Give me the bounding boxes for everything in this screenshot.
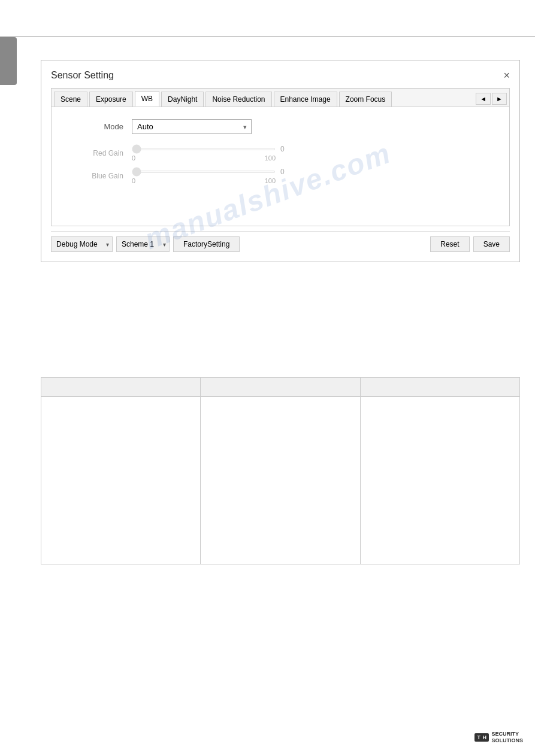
scheme-select[interactable]: Scheme 1 Scheme 2 (116, 236, 170, 252)
dialog-title-bar: Sensor Setting × (51, 70, 510, 81)
tab-content-wb: Mode Auto Manual Indoor Outdoor ATW ▾ Re… (51, 107, 510, 226)
top-divider (0, 36, 535, 37)
tab-prev-button[interactable]: ◄ (476, 93, 491, 105)
tab-noise-reduction[interactable]: Noise Reduction (205, 92, 271, 107)
red-gain-container: 0 0 100 (132, 145, 292, 162)
tab-next-button[interactable]: ► (492, 93, 507, 105)
blue-gain-min-tick: 0 (132, 177, 135, 184)
table-header-row (41, 378, 520, 397)
blue-gain-max-tick: 100 (265, 177, 276, 184)
red-gain-section: Red Gain 0 0 100 (69, 145, 491, 162)
mode-label: Mode (69, 122, 123, 131)
red-gain-slider[interactable] (132, 148, 276, 150)
dialog-title: Sensor Setting (51, 70, 114, 81)
debug-mode-select[interactable]: Debug Mode (51, 236, 113, 252)
red-gain-max-tick: 100 (265, 154, 276, 162)
tabs-navigation: ◄ ► (476, 93, 507, 105)
blue-gain-slider[interactable] (132, 171, 276, 173)
logo-area: T H Security Solutions (474, 731, 523, 744)
mode-select-wrapper: Auto Manual Indoor Outdoor ATW ▾ (132, 119, 252, 134)
mode-select[interactable]: Auto Manual Indoor Outdoor ATW (132, 119, 252, 134)
table-header-col3 (360, 378, 519, 397)
blue-gain-track-row: 0 (132, 168, 292, 176)
tab-exposure[interactable]: Exposure (89, 92, 133, 107)
logo-box: T H Security Solutions (474, 731, 523, 744)
tabs-bar: Scene Exposure WB DayNight Noise Reducti… (51, 88, 510, 107)
debug-mode-wrapper: Debug Mode ▾ (51, 236, 113, 252)
red-gain-value: 0 (280, 145, 292, 153)
table-cell-3 (360, 397, 519, 564)
table-cell-2 (201, 397, 360, 564)
close-button[interactable]: × (503, 70, 510, 81)
table-cell-1 (41, 397, 201, 564)
mode-field-row: Mode Auto Manual Indoor Outdoor ATW ▾ (69, 119, 491, 134)
data-table (41, 377, 520, 564)
red-gain-ticks: 0 100 (132, 154, 276, 162)
tab-daynight[interactable]: DayNight (161, 92, 204, 107)
logo-text-block: Security Solutions (491, 731, 523, 744)
blue-gain-ticks: 0 100 (132, 177, 276, 184)
logo-line2: Solutions (491, 737, 523, 744)
sidebar-tab[interactable] (0, 37, 17, 85)
sensor-setting-dialog: Sensor Setting × Scene Exposure WB DayNi… (41, 60, 520, 262)
tab-scene[interactable]: Scene (54, 92, 87, 107)
blue-gain-value: 0 (280, 168, 292, 176)
logo-line1: Security (491, 731, 523, 737)
table-row (41, 397, 520, 564)
table-header-col1 (41, 378, 201, 397)
red-gain-label: Red Gain (69, 149, 123, 157)
save-button[interactable]: Save (473, 236, 510, 252)
bottom-bar: Debug Mode ▾ Scheme 1 Scheme 2 ▾ Factory… (51, 231, 510, 252)
factory-setting-button[interactable]: FactorySetting (173, 236, 240, 252)
data-table-section (41, 377, 520, 564)
blue-gain-row: Blue Gain 0 0 100 (69, 168, 491, 184)
red-gain-track-row: 0 (132, 145, 292, 153)
red-gain-row: Red Gain 0 0 100 (69, 145, 491, 162)
blue-gain-label: Blue Gain (69, 172, 123, 180)
blue-gain-section: Blue Gain 0 0 100 (69, 168, 491, 184)
table-header-col2 (201, 378, 360, 397)
red-gain-min-tick: 0 (132, 154, 135, 162)
blue-gain-container: 0 0 100 (132, 168, 292, 184)
tab-zoom-focus[interactable]: Zoom Focus (339, 92, 392, 107)
logo-icon: T H (474, 733, 489, 742)
scheme-wrapper: Scheme 1 Scheme 2 ▾ (116, 236, 170, 252)
tab-enhance-image[interactable]: Enhance Image (274, 92, 337, 107)
reset-button[interactable]: Reset (430, 236, 469, 252)
tab-wb[interactable]: WB (135, 91, 159, 107)
